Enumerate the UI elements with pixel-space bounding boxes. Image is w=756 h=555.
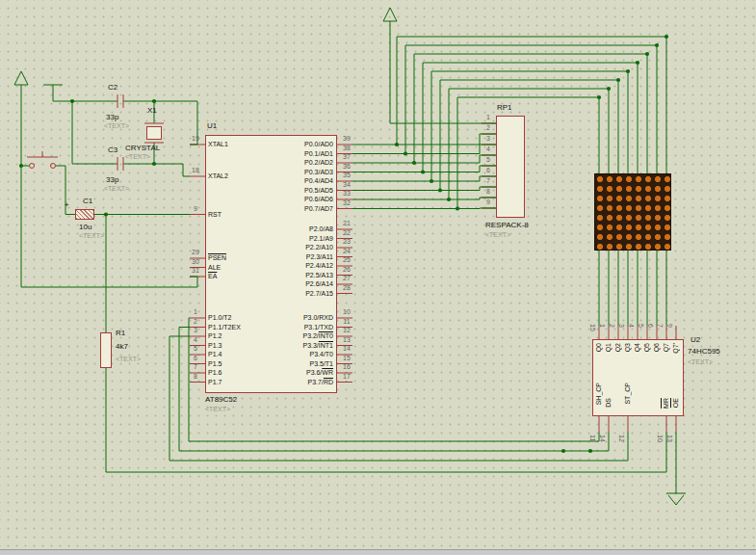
junction-dot: [597, 95, 601, 99]
mcu-u1-body[interactable]: [205, 135, 337, 393]
junction-dot: [626, 69, 630, 73]
wire[interactable]: [431, 71, 628, 181]
wire[interactable]: [405, 45, 657, 173]
wire[interactable]: [457, 97, 599, 209]
wire[interactable]: [53, 85, 72, 101]
junction-dot: [607, 87, 611, 91]
junction-dot: [665, 35, 668, 39]
capacitor-c1-body[interactable]: [75, 209, 94, 220]
junction-dot: [70, 99, 74, 103]
wire[interactable]: [352, 208, 496, 209]
wire[interactable]: [440, 80, 618, 191]
wire[interactable]: [423, 63, 638, 173]
wire[interactable]: [352, 155, 496, 163]
crystal-x1-body[interactable]: [146, 126, 162, 140]
junction-dot: [438, 188, 442, 192]
junction-dot: [395, 143, 399, 146]
junction-dot: [456, 206, 459, 210]
junction-dot: [421, 170, 425, 173]
wire[interactable]: [72, 101, 117, 164]
wire[interactable]: [352, 176, 496, 181]
junction-dot: [104, 212, 108, 216]
junction-dot: [412, 161, 416, 165]
junction-dot: [561, 449, 565, 453]
junction-dot: [636, 61, 639, 65]
vcc-terminal-icon[interactable]: [14, 71, 28, 85]
schematic-canvas[interactable]: U1 AT89C52 <TEXT> RP1 RESPACK-8 <TEXT> U…: [0, 0, 756, 555]
button-contact[interactable]: [30, 164, 35, 169]
led-matrix-display[interactable]: [594, 173, 671, 251]
junction-dot: [645, 52, 649, 56]
vcc-terminal-icon[interactable]: [383, 8, 397, 21]
shift-register-u2-body[interactable]: [592, 339, 684, 416]
wire[interactable]: [352, 187, 496, 191]
junction-dot: [447, 198, 451, 201]
wire[interactable]: [21, 85, 197, 287]
junction-dot: [616, 78, 620, 82]
wire[interactable]: [123, 164, 190, 176]
wire[interactable]: [352, 198, 496, 199]
wire[interactable]: [397, 37, 666, 173]
wire[interactable]: [352, 134, 496, 145]
ground-terminal-icon[interactable]: [668, 495, 684, 505]
resistor-r1-body[interactable]: [100, 332, 112, 368]
junction-dot: [588, 449, 592, 453]
window-edge-strip: [0, 549, 756, 555]
junction-dot: [19, 164, 23, 168]
respack-rp1-body[interactable]: [496, 116, 525, 218]
button-contact[interactable]: [51, 164, 56, 169]
junction-dot: [152, 162, 156, 166]
wires-layer[interactable]: [0, 0, 756, 555]
junction-dot: [430, 179, 433, 183]
junction-dot: [152, 99, 156, 103]
wire[interactable]: [106, 368, 666, 472]
junction-dot: [655, 43, 659, 47]
junction-dot: [404, 151, 407, 155]
wire[interactable]: [352, 145, 496, 154]
wire[interactable]: [56, 166, 75, 215]
